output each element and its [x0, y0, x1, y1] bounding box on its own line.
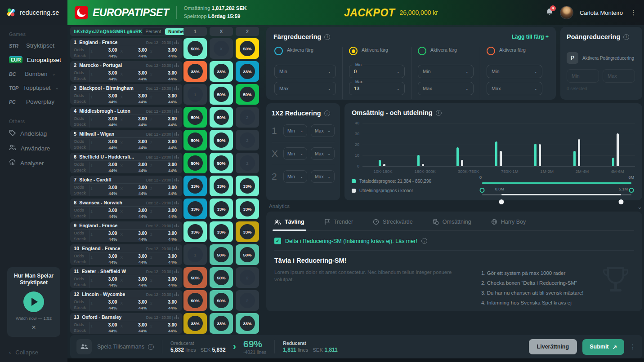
sign-tile[interactable]: 33% [210, 199, 233, 219]
color-max-select[interactable]: Max⌄ [487, 82, 542, 95]
tab-streckvärde[interactable]: Streckvärde [373, 219, 413, 230]
bar-chart-icon[interactable] [174, 315, 179, 320]
sign-tile[interactable]: 50% [210, 107, 233, 128]
collapse-button[interactable]: ‹ Collapse [9, 349, 38, 356]
delta-checkbox[interactable]: ✓ [274, 238, 281, 244]
bar-chart-icon[interactable] [174, 292, 179, 297]
sign-tile[interactable]: 33% [210, 176, 233, 196]
color-radio[interactable] [418, 47, 426, 55]
footer-menu-icon[interactable]: ⋮ [630, 343, 636, 350]
tab-harry-boy[interactable]: Harry Boy [491, 219, 526, 230]
add-color-button[interactable]: Lägg till färg + [512, 34, 549, 40]
info-icon[interactable]: i [421, 238, 427, 244]
color-radio[interactable] [487, 47, 495, 55]
info-icon[interactable]: i [324, 34, 330, 40]
min-select[interactable]: Min⌄ [283, 124, 307, 137]
sign-tile[interactable]: 50% [210, 84, 233, 105]
color-max-select[interactable]: Max13⌄ [349, 82, 405, 95]
avatar[interactable] [560, 6, 573, 19]
sign-tile[interactable]: 50% [210, 130, 233, 150]
toggle-percent[interactable]: Percent [143, 28, 164, 35]
sidebar-item-analyser[interactable]: Analyser [0, 155, 67, 171]
sign-tile[interactable]: 2 [236, 290, 259, 311]
sign-tile[interactable]: 50% [183, 290, 207, 311]
sign-tile[interactable]: 50% [210, 267, 233, 288]
bar-chart-icon[interactable] [174, 269, 179, 274]
sign-tile[interactable]: 33% [210, 61, 233, 82]
sidebar-item-powerplay[interactable]: PCPowerplay [0, 95, 67, 109]
sign-tile[interactable]: 50% [183, 153, 207, 173]
sign-tile[interactable]: 50% [236, 244, 259, 265]
sign-tile[interactable]: 50% [236, 38, 259, 59]
sign-tile[interactable]: 33% [236, 61, 259, 82]
sign-tile[interactable]: 33% [236, 221, 259, 242]
brand[interactable]: reducering.se [0, 0, 67, 25]
sign-tile[interactable]: 33% [236, 176, 259, 196]
bar-chart-icon[interactable] [174, 40, 179, 45]
color-max-select[interactable]: Max⌄ [274, 82, 336, 95]
min-select[interactable]: Min⌄ [283, 147, 307, 160]
info-icon[interactable]: i [436, 110, 442, 116]
sign-tile[interactable]: 2 [236, 107, 259, 128]
color-min-select[interactable]: Min⌄ [487, 65, 542, 78]
bar-chart-icon[interactable] [174, 63, 179, 68]
sign-tile[interactable]: 33% [183, 176, 207, 196]
sign-tile[interactable]: 1 [183, 84, 207, 105]
poang-min-input[interactable]: Min [567, 69, 599, 83]
chevron-down-icon[interactable]: ⌄ [637, 203, 642, 210]
info-icon[interactable]: i [148, 344, 154, 350]
sign-tile[interactable]: 2 [236, 267, 259, 288]
tab-omsättning[interactable]: Omsättning [433, 219, 471, 230]
sign-tile[interactable]: 33% [183, 221, 207, 242]
sign-tile[interactable]: 50% [183, 107, 207, 128]
color-min-select[interactable]: Min⌄ [418, 65, 474, 78]
play-together-button[interactable] [76, 339, 92, 354]
sidebar-item-topptipset[interactable]: TOPTopptipset⌄ [0, 81, 67, 95]
color-radio[interactable] [349, 47, 358, 55]
notifications-button[interactable]: 4 [546, 8, 554, 18]
poang-max-input[interactable]: Max [603, 69, 635, 83]
info-icon[interactable]: i [623, 34, 629, 40]
max-select[interactable]: Max⌄ [311, 124, 335, 137]
bar-chart-icon[interactable] [174, 109, 179, 114]
sign-tile[interactable]: 50% [210, 290, 233, 311]
max-select[interactable]: Max⌄ [311, 147, 335, 160]
color-min-select[interactable]: Min⌄ [274, 65, 336, 78]
bar-chart-icon[interactable] [174, 155, 179, 159]
color-radio[interactable] [274, 47, 283, 55]
sign-tile[interactable]: 33% [236, 199, 259, 219]
tab-trender[interactable]: Trender [324, 219, 353, 230]
sidebar-item-bomben[interactable]: BCBomben⌄ [0, 67, 67, 81]
sidebar-item-användare[interactable]: Användare [0, 141, 67, 155]
sign-tile[interactable]: 50% [183, 38, 207, 59]
max-select[interactable]: Max⌄ [311, 170, 335, 183]
header-menu-icon[interactable]: ⋮ [629, 9, 638, 17]
sign-tile[interactable]: 33% [183, 61, 207, 82]
bar-chart-icon[interactable] [174, 201, 179, 205]
poang-badge-button[interactable]: P [567, 52, 578, 64]
play-button[interactable] [23, 291, 44, 312]
tab-tävling[interactable]: Tävling [274, 219, 304, 230]
live-correction-button[interactable]: Liverättning [529, 339, 577, 354]
sign-tile[interactable]: 50% [210, 153, 233, 173]
sign-tile[interactable]: 2 [236, 153, 259, 173]
sign-tile[interactable]: 1 [183, 244, 207, 265]
bar-chart-icon[interactable] [174, 247, 179, 251]
bar-chart-icon[interactable] [174, 224, 179, 228]
sidebar-item-stryktipset[interactable]: STRStryktipset [0, 39, 67, 53]
bar-chart-icon[interactable] [174, 86, 179, 91]
sign-tile[interactable]: 33% [210, 221, 233, 242]
sign-tile[interactable]: 33% [210, 313, 233, 334]
color-min-select[interactable]: Min0⌄ [349, 65, 405, 78]
info-icon[interactable]: i [324, 110, 330, 116]
sign-tile[interactable]: 50% [236, 84, 259, 105]
sign-tile[interactable]: X [210, 38, 233, 59]
video-close-icon[interactable]: ✕ [11, 324, 57, 331]
sign-tile[interactable]: 33% [236, 313, 259, 334]
sidebar-item-europatipset[interactable]: EUREuropatipset [0, 53, 67, 67]
bar-chart-icon[interactable] [174, 132, 179, 137]
min-select[interactable]: Min⌄ [283, 170, 307, 183]
sign-tile[interactable]: 50% [183, 130, 207, 150]
sidebar-item-andelslag[interactable]: Andelslag [0, 126, 67, 141]
color-max-select[interactable]: Max⌄ [418, 82, 474, 95]
